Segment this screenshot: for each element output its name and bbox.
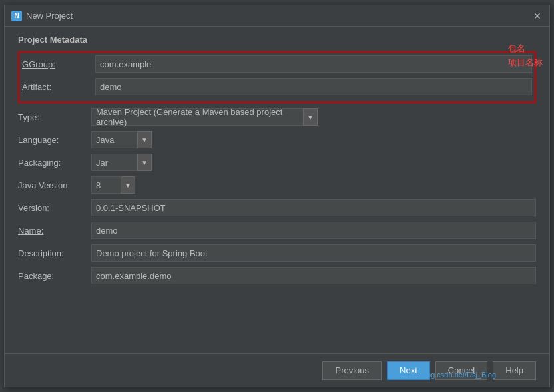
type-label: Type: — [18, 112, 91, 122]
new-project-icon: N — [11, 11, 22, 21]
dialog-body: Project Metadata GGroup: Artifact: Type: — [5, 27, 549, 353]
artifact-row: Artifact: — [22, 78, 532, 95]
java-version-label: Java Version: — [18, 180, 91, 190]
package-row: Package: — [18, 267, 536, 284]
description-label: Description: — [18, 248, 91, 258]
packaging-select-container: Jar ▼ — [91, 154, 152, 171]
type-value: Maven Project (Generate a Maven based pr… — [91, 108, 304, 126]
close-button[interactable]: ✕ — [532, 11, 543, 21]
name-row: Name: — [18, 222, 536, 239]
description-row: Description: — [18, 244, 536, 262]
group-input[interactable] — [95, 55, 532, 73]
java-version-value: 8 — [91, 176, 121, 194]
packaging-label: Packaging: — [18, 158, 91, 168]
language-value: Java — [91, 131, 138, 148]
title-bar: N New Project ✕ — [5, 5, 549, 27]
annotation-line2: 项目名称 — [508, 56, 543, 70]
help-button[interactable]: Help — [493, 361, 536, 380]
language-row: Language: Java ▼ — [18, 131, 536, 148]
packaging-row: Packaging: Jar ▼ — [18, 154, 536, 171]
version-label: Version: — [18, 203, 91, 213]
description-input[interactable] — [91, 244, 536, 262]
group-row: GGroup: — [22, 55, 532, 73]
type-dropdown-btn[interactable]: ▼ — [303, 108, 318, 126]
artifact-label: Artifact: — [22, 82, 95, 92]
type-select-container: Maven Project (Generate a Maven based pr… — [91, 108, 318, 126]
language-label: Language: — [18, 135, 91, 145]
dialog-title: New Project — [26, 11, 73, 21]
package-input[interactable] — [91, 267, 536, 284]
watermark: https://blog.csdn.net/Dsj_Blog — [399, 371, 496, 379]
title-bar-left: N New Project — [11, 11, 73, 21]
new-project-dialog: N New Project ✕ Project Metadata GGroup:… — [4, 5, 550, 387]
annotation: 包名 项目名称 — [508, 42, 543, 70]
name-input[interactable] — [91, 222, 536, 239]
java-version-dropdown-btn[interactable]: ▼ — [121, 176, 135, 194]
language-select-container: Java ▼ — [91, 131, 152, 148]
language-dropdown-btn[interactable]: ▼ — [137, 131, 152, 148]
highlight-box: GGroup: Artifact: — [18, 51, 536, 103]
type-row: Type: Maven Project (Generate a Maven ba… — [18, 108, 536, 126]
section-title: Project Metadata — [18, 35, 536, 45]
name-label: Name: — [18, 226, 91, 236]
version-row: Version: — [18, 199, 536, 216]
java-version-row: Java Version: 8 ▼ — [18, 176, 536, 194]
packaging-dropdown-btn[interactable]: ▼ — [137, 154, 152, 171]
dialog-footer: Previous Next Cancel Help — [5, 353, 549, 387]
artifact-input[interactable] — [95, 78, 532, 95]
version-input[interactable] — [91, 199, 536, 216]
annotation-line1: 包名 — [508, 42, 543, 56]
package-label: Package: — [18, 271, 91, 281]
previous-button[interactable]: Previous — [322, 361, 382, 380]
java-version-select-container: 8 ▼ — [91, 176, 135, 194]
extra-fields-section: Version: Name: Description: Package: — [18, 199, 536, 284]
packaging-value: Jar — [91, 154, 138, 171]
group-label: GGroup: — [22, 59, 95, 69]
